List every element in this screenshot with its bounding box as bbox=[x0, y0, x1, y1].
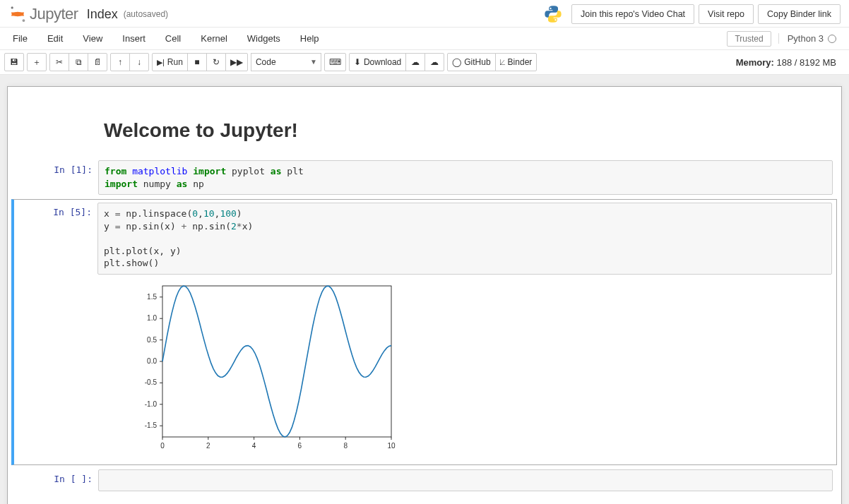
menu-cell[interactable]: Cell bbox=[155, 29, 191, 48]
svg-rect-2 bbox=[162, 286, 391, 437]
svg-text:-0.5: -0.5 bbox=[145, 378, 158, 386]
restart-icon: ↻ bbox=[213, 57, 220, 67]
menu-file[interactable]: File bbox=[3, 29, 37, 48]
code-cell-1[interactable]: In [1]: from matplotlib import pyplot as… bbox=[12, 157, 837, 198]
arrow-up-icon: ↑ bbox=[118, 57, 122, 67]
run-icon: ▶| bbox=[157, 58, 165, 67]
svg-text:-1.0: -1.0 bbox=[145, 400, 158, 408]
prompt-in-3: In [ ]: bbox=[12, 469, 98, 492]
cloud-up-icon: ☁︎ bbox=[430, 57, 439, 67]
markdown-cell[interactable]: Welcome to Jupyter! bbox=[12, 102, 837, 156]
prompt-in-1: In [1]: bbox=[12, 160, 98, 195]
visit-repo-button[interactable]: Visit repo bbox=[699, 4, 754, 24]
copy-icon: ⧉ bbox=[76, 57, 82, 67]
move-up-button[interactable]: ↑ bbox=[110, 53, 130, 71]
code-input-1[interactable]: from matplotlib import pyplot as plt imp… bbox=[98, 160, 833, 195]
svg-text:8: 8 bbox=[343, 442, 348, 450]
interrupt-button[interactable]: ■ bbox=[187, 53, 207, 71]
github-button[interactable]: ◯ GitHub bbox=[447, 53, 495, 71]
arrow-down-icon: ↓ bbox=[137, 57, 141, 67]
svg-text:0: 0 bbox=[160, 442, 165, 450]
menu-kernel[interactable]: Kernel bbox=[191, 29, 237, 48]
notebook-container: Welcome to Jupyter! In [1]: from matplot… bbox=[0, 75, 849, 504]
prompt-out-2 bbox=[14, 275, 97, 462]
prompt-in-2: In [5]: bbox=[14, 203, 97, 275]
download-button[interactable]: ⬇︎ Download bbox=[349, 53, 406, 71]
code-cell-3[interactable]: In [ ]: bbox=[12, 467, 837, 495]
kernel-name-text: Python 3 bbox=[788, 33, 824, 44]
code-input-3[interactable] bbox=[98, 469, 833, 492]
trusted-badge[interactable]: Trusted bbox=[727, 31, 771, 47]
celltype-select[interactable]: Code ▼ bbox=[251, 53, 321, 71]
menu-insert[interactable]: Insert bbox=[112, 29, 155, 48]
svg-text:-1.5: -1.5 bbox=[145, 421, 158, 429]
video-chat-button[interactable]: Join this repo's Video Chat bbox=[571, 4, 694, 24]
memory-indicator: Memory: 188 / 8192 MB bbox=[736, 57, 845, 68]
output-area-2: -1.5-1.0-0.50.00.51.01.50246810 bbox=[97, 275, 400, 462]
matplotlib-plot: -1.5-1.0-0.50.00.51.01.50246810 bbox=[129, 279, 397, 457]
memory-value: 188 / 8192 MB bbox=[776, 57, 836, 68]
save-button[interactable]: 💾︎ bbox=[4, 53, 24, 71]
svg-text:10: 10 bbox=[387, 442, 396, 450]
menu-edit[interactable]: Edit bbox=[37, 29, 73, 48]
github-label: GitHub bbox=[464, 57, 490, 67]
markdown-prompt bbox=[12, 105, 98, 153]
svg-text:0.0: 0.0 bbox=[147, 357, 157, 365]
save-icon: 💾︎ bbox=[10, 57, 18, 67]
binder-button[interactable]: ⟀ Binder bbox=[495, 53, 538, 71]
notebook: Welcome to Jupyter! In [1]: from matplot… bbox=[7, 86, 842, 504]
add-cell-button[interactable]: ＋ bbox=[27, 53, 47, 71]
command-palette-button[interactable]: ⌨︎ bbox=[324, 53, 346, 71]
menu-widgets[interactable]: Widgets bbox=[237, 29, 290, 48]
code-cell-2[interactable]: In [5]: x = np.linspace(0,10,100) y = np… bbox=[11, 199, 837, 465]
svg-text:2: 2 bbox=[206, 442, 210, 450]
svg-point-1 bbox=[23, 19, 25, 22]
svg-text:1.0: 1.0 bbox=[147, 314, 157, 322]
download-icon: ⬇︎ bbox=[354, 57, 361, 67]
run-label: Run bbox=[167, 57, 183, 67]
autosave-status: (autosaved) bbox=[124, 9, 168, 19]
python-icon bbox=[543, 4, 563, 24]
toolbar: 💾︎ ＋ ✂︎ ⧉ 📄︎ ↑ ↓ ▶| Run ■ ↻ ▶▶ Code ▼ ⌨︎… bbox=[0, 50, 849, 75]
copy-binder-button[interactable]: Copy Binder link bbox=[758, 4, 841, 24]
paste-icon: 📄︎ bbox=[93, 57, 102, 67]
svg-text:0.5: 0.5 bbox=[147, 335, 157, 343]
menubar: File Edit View Insert Cell Kernel Widget… bbox=[0, 28, 849, 50]
restart-run-all-button[interactable]: ▶▶ bbox=[225, 53, 248, 71]
keyboard-icon: ⌨︎ bbox=[329, 57, 341, 67]
notebook-name[interactable]: Index bbox=[87, 7, 118, 22]
run-button[interactable]: ▶| Run bbox=[152, 53, 188, 71]
notebook-header: Jupyter Index (autosaved) Join this repo… bbox=[0, 0, 849, 28]
cut-button[interactable]: ✂︎ bbox=[49, 53, 69, 71]
memory-label: Memory: bbox=[736, 57, 774, 68]
celltype-value: Code bbox=[256, 57, 276, 67]
restart-button[interactable]: ↻ bbox=[206, 53, 226, 71]
svg-text:6: 6 bbox=[298, 442, 302, 450]
download-label: Download bbox=[364, 57, 401, 67]
markdown-h1: Welcome to Jupyter! bbox=[104, 119, 833, 142]
svg-point-0 bbox=[11, 6, 13, 8]
jupyter-text: Jupyter bbox=[30, 5, 78, 23]
kernel-idle-icon bbox=[828, 35, 836, 43]
cloud-up-button[interactable]: ☁︎ bbox=[424, 53, 444, 71]
binder-label: Binder bbox=[508, 57, 533, 67]
code-input-2[interactable]: x = np.linspace(0,10,100) y = np.sin(x) … bbox=[97, 203, 832, 275]
fast-forward-icon: ▶▶ bbox=[230, 57, 243, 67]
jupyter-logo[interactable]: Jupyter bbox=[8, 5, 78, 23]
svg-text:1.5: 1.5 bbox=[147, 293, 157, 301]
plus-icon: ＋ bbox=[32, 56, 41, 68]
kernel-name[interactable]: Python 3 bbox=[778, 33, 836, 44]
stop-icon: ■ bbox=[194, 57, 199, 67]
move-down-button[interactable]: ↓ bbox=[129, 53, 149, 71]
cloud-down-icon: ☁︎ bbox=[411, 57, 420, 67]
svg-text:4: 4 bbox=[252, 442, 256, 450]
menu-help[interactable]: Help bbox=[290, 29, 329, 48]
cloud-down-button[interactable]: ☁︎ bbox=[405, 53, 425, 71]
cut-icon: ✂︎ bbox=[56, 57, 63, 67]
jupyter-icon bbox=[8, 5, 27, 23]
paste-button[interactable]: 📄︎ bbox=[88, 53, 107, 71]
binder-icon: ⟀ bbox=[500, 57, 505, 67]
menu-view[interactable]: View bbox=[73, 29, 112, 48]
github-icon: ◯ bbox=[452, 57, 461, 67]
copy-button[interactable]: ⧉ bbox=[69, 53, 88, 71]
